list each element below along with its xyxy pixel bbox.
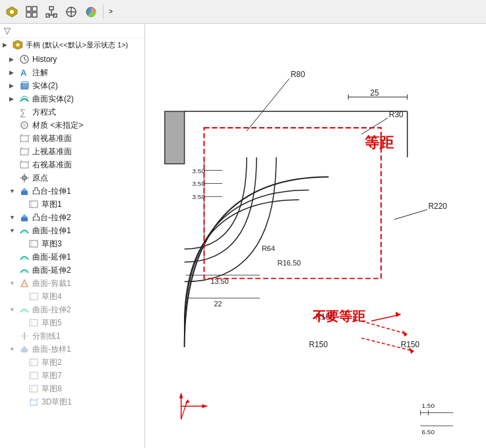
- root-label: 手柄 (默认<<默认>显示状态 1>): [26, 40, 128, 50]
- label-origin: 原点: [32, 173, 48, 184]
- tree-item-split-line1[interactable]: 分割线1: [0, 329, 144, 343]
- icon-top-plane: [18, 146, 30, 157]
- label-material: 材质 <未指定>: [32, 120, 83, 131]
- dim-150: 1.50: [422, 402, 435, 409]
- label-sketch2: 草图2: [42, 357, 62, 368]
- tree-item-boss-extrude1[interactable]: ▼凸台-拉伸1: [0, 184, 144, 198]
- tree-item-surface-extrude2[interactable]: ▼曲面-拉伸2: [0, 303, 144, 316]
- expand-arrow-surface-extrude2[interactable]: ▼: [9, 306, 18, 313]
- tree-item-3dsketch1[interactable]: 3D草图1: [0, 395, 144, 408]
- svg-line-19: [24, 59, 26, 61]
- label-boss-extrude2: 凸台-拉伸2: [32, 212, 71, 223]
- svg-rect-3: [32, 7, 37, 11]
- expand-arrow-boss-extrude1[interactable]: ▼: [9, 188, 18, 194]
- dim-25: 25: [370, 88, 379, 98]
- svg-rect-6: [49, 7, 53, 10]
- label-surface-extend2: 曲面-延伸2: [32, 265, 71, 276]
- tree-item-sketch3[interactable]: 草图3: [0, 237, 144, 250]
- label-surface-extrude2: 曲面-拉伸2: [32, 304, 71, 316]
- tree-item-sketch2[interactable]: 草图2: [0, 356, 144, 369]
- svg-rect-29: [20, 149, 28, 155]
- dim-r220: R220: [429, 202, 448, 211]
- expand-arrow-history[interactable]: ▶: [9, 56, 18, 63]
- label-notes: 注解: [32, 67, 48, 78]
- svg-rect-2: [26, 7, 31, 11]
- tree-item-sketch4[interactable]: 草图4: [0, 290, 144, 303]
- dim-22: 22: [214, 300, 222, 308]
- tree-item-formula[interactable]: ∑方程式: [0, 105, 144, 119]
- tree-item-sketch5[interactable]: 草图5: [0, 316, 144, 329]
- svg-rect-45: [30, 293, 38, 300]
- expand-arrow-surface-solid[interactable]: ▶: [9, 96, 18, 102]
- dim-650: 6.50: [422, 428, 435, 435]
- icon-split-line1: [18, 330, 30, 342]
- svg-text:∑: ∑: [20, 107, 26, 117]
- tree-item-surface-extrude1[interactable]: ▼曲面-拉伸1: [0, 224, 144, 237]
- icon-history: [18, 53, 30, 65]
- tree-item-boss-extrude2[interactable]: ▼凸台-拉伸2: [0, 211, 144, 224]
- toolbar-icon-pie[interactable]: [82, 3, 100, 21]
- tree-item-surface-solid[interactable]: ▶曲面实体(2): [0, 92, 144, 105]
- tree-item-solid[interactable]: ▶实体(2): [0, 79, 144, 92]
- main-area: ▽ ▶ 手柄 (默认<<默认>显示状态 1>) ▶History▶A注解▶实体(…: [0, 24, 486, 448]
- feature-tree: ▶History▶A注解▶实体(2)▶曲面实体(2)∑方程式材质 <未指定>前视…: [0, 51, 144, 410]
- tree-item-material[interactable]: 材质 <未指定>: [0, 119, 144, 132]
- tree-item-front-plane[interactable]: 前视基准面: [0, 132, 144, 145]
- icon-surface-extend2: [18, 264, 30, 276]
- icon-sketch2: [28, 356, 40, 368]
- icon-origin: [18, 172, 30, 184]
- icon-surface-trim1: [18, 277, 30, 289]
- tree-item-surface-loft1[interactable]: ▼曲面-放样1: [0, 343, 144, 356]
- svg-rect-55: [30, 385, 38, 392]
- expand-arrow-boss-extrude2[interactable]: ▼: [9, 214, 18, 221]
- svg-rect-53: [30, 372, 38, 379]
- tree-item-surface-extend2[interactable]: 曲面-延伸2: [0, 264, 144, 277]
- icon-sketch7: [28, 370, 40, 381]
- icon-solid: [18, 80, 30, 92]
- toolbar-icon-feature[interactable]: [3, 3, 21, 21]
- tree-root-item[interactable]: ▶ 手柄 (默认<<默认>显示状态 1>): [0, 38, 144, 51]
- icon-sketch8: [28, 383, 40, 395]
- toolbar-more[interactable]: >: [106, 7, 115, 16]
- filter-icon: ▽: [4, 26, 11, 36]
- canvas-area: 25 R80 R30 R220 3.50 3.50 3.50 13.50 R64: [145, 24, 486, 448]
- label-sketch1: 草图1: [42, 199, 62, 210]
- label-right-plane: 右视基准面: [32, 159, 72, 171]
- expand-arrow-surface-trim1[interactable]: ▼: [9, 280, 18, 287]
- svg-rect-5: [32, 13, 37, 17]
- tree-item-surface-extend1[interactable]: 曲面-延伸1: [0, 250, 144, 264]
- dim-350-2: 3.50: [193, 180, 206, 187]
- tree-item-sketch7[interactable]: 草图7: [0, 369, 144, 382]
- dim-r64: R64: [262, 244, 275, 252]
- label-sketch3: 草图3: [42, 238, 62, 250]
- svg-point-16: [16, 43, 20, 47]
- toolbar-icon-crosshair[interactable]: [62, 3, 80, 21]
- tree-item-top-plane[interactable]: 上视基准面: [0, 145, 144, 158]
- icon-notes: A: [18, 67, 30, 78]
- tree-item-history[interactable]: ▶History: [0, 53, 144, 66]
- expand-arrow-surface-loft1[interactable]: ▼: [9, 346, 18, 352]
- toolbar: >: [0, 0, 486, 24]
- tree-item-sketch1[interactable]: 草图1: [0, 198, 144, 211]
- tree-item-right-plane[interactable]: 右视基准面: [0, 158, 144, 171]
- expand-arrow-surface-extrude1[interactable]: ▼: [9, 227, 18, 234]
- icon-sketch5: [28, 317, 40, 329]
- label-surface-loft1: 曲面-放样1: [32, 344, 71, 355]
- tree-item-origin[interactable]: 原点: [0, 171, 144, 184]
- icon-surface-solid: [18, 93, 30, 105]
- expand-arrow-solid[interactable]: ▶: [9, 82, 18, 89]
- label-boss-extrude1: 凸台-拉伸1: [32, 186, 71, 197]
- tree-item-sketch8[interactable]: 草图8: [0, 382, 144, 395]
- dim-350-1: 3.50: [193, 167, 206, 175]
- svg-line-59: [37, 398, 39, 400]
- svg-rect-32: [20, 162, 28, 168]
- toolbar-icon-tree[interactable]: [42, 3, 61, 21]
- label-sketch7: 草图7: [42, 370, 62, 381]
- toolbar-icon-grid[interactable]: [22, 3, 41, 21]
- tree-item-notes[interactable]: ▶A注解: [0, 66, 144, 79]
- expand-arrow-notes[interactable]: ▶: [9, 69, 18, 76]
- tree-item-surface-trim1[interactable]: ▼曲面-剪裁1: [0, 277, 144, 290]
- label-split-line1: 分割线1: [32, 331, 61, 342]
- dim-r30: R30: [389, 110, 404, 119]
- svg-line-28: [28, 134, 30, 136]
